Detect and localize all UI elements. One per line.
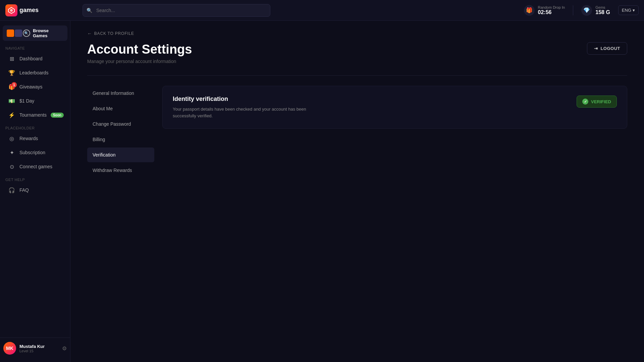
page-title: Account Settings xyxy=(87,42,192,57)
verified-badge: ✓ VERIFIED xyxy=(577,96,617,108)
drop-timer: 02:56 xyxy=(538,9,565,15)
drop-label: Random Drop In xyxy=(538,5,565,9)
gems-label: Gems xyxy=(595,5,610,9)
placeholder-section-label: Placeholder xyxy=(0,122,70,131)
user-name: Mustafa Kur xyxy=(19,344,59,349)
sidebar-item-subscription[interactable]: ✦ Subscription xyxy=(3,146,67,159)
dashboard-icon: ⊞ xyxy=(8,55,15,62)
logo: games xyxy=(5,4,76,16)
game-search-icon: 🔍 xyxy=(23,29,30,37)
lang-label: ENG xyxy=(622,8,631,13)
back-to-profile-link[interactable]: ← BACK TO PROFILE xyxy=(87,31,627,36)
sidebar-item-leaderboards[interactable]: 🏆 Leaderboards xyxy=(3,66,67,79)
soon-badge: Soon xyxy=(51,113,64,118)
back-link-label: BACK TO PROFILE xyxy=(94,31,134,36)
header-right: 🎁 Random Drop In 02:56 💎 Gems 158 G ENG … xyxy=(524,5,639,16)
settings-layout: General Information About Me Change Pass… xyxy=(87,86,627,178)
gem-icon: 💎 xyxy=(581,5,592,16)
page-divider xyxy=(87,75,627,76)
svg-point-1 xyxy=(10,9,13,12)
sidebar-item-faq[interactable]: 🎧 FAQ xyxy=(3,183,67,197)
sidebar-item-connect-games[interactable]: ⊙ Connect games xyxy=(3,160,67,173)
dollar-icon: 💵 xyxy=(8,97,15,105)
sidebar: 🔍 Browse Games Navigate ⊞ Dashboard 🏆 Le… xyxy=(0,21,70,362)
page-header-row: Account Settings Manage your personal ac… xyxy=(87,42,627,73)
settings-menu-verification[interactable]: Verification xyxy=(87,147,154,162)
page-header-text: Account Settings Manage your personal ac… xyxy=(87,42,192,73)
gems-value: 158 G xyxy=(595,9,610,15)
logout-label: LOGOUT xyxy=(600,46,620,51)
sidebar-user: MK Mustafa Kur Level 15 ⚙ xyxy=(0,338,70,359)
giveaways-badge: 1 xyxy=(11,82,17,87)
avatar: MK xyxy=(3,342,16,355)
chevron-down-icon: ▾ xyxy=(633,8,635,13)
sidebar-item-giveaways[interactable]: 🎁 1 Giveaways xyxy=(3,80,67,94)
identity-text: Identity verification Your passport deta… xyxy=(173,96,307,119)
rewards-icon: ◎ xyxy=(8,135,15,142)
drop-info: Random Drop In 02:56 xyxy=(538,5,565,15)
browse-games-label: Browse Games xyxy=(33,28,63,38)
back-arrow-icon: ← xyxy=(87,31,92,36)
sidebar-item-1day[interactable]: 💵 $1 Day xyxy=(3,94,67,108)
settings-main-content: Identity verification Your passport deta… xyxy=(162,86,627,178)
sidebar-item-label: $1 Day xyxy=(19,98,34,104)
sidebar-item-label: Connect games xyxy=(19,164,52,169)
sidebar-item-label: Subscription xyxy=(19,150,45,155)
logo-icon xyxy=(5,4,17,16)
tournaments-icon: ⚡ xyxy=(8,111,15,119)
identity-description: Your passport details have been checked … xyxy=(173,106,307,119)
user-info: Mustafa Kur Level 15 xyxy=(19,344,59,353)
sidebar-item-label: Giveaways xyxy=(19,84,42,89)
user-level: Level 15 xyxy=(19,349,59,353)
logout-button[interactable]: ⇥ LOGOUT xyxy=(587,42,627,55)
settings-menu-withdraw[interactable]: Withdraw Rewards xyxy=(87,163,154,178)
top-header: games 🔍 🎁 Random Drop In 02:56 💎 Gems 15… xyxy=(0,0,644,21)
sidebar-item-label: Tournaments xyxy=(19,112,47,118)
lang-selector[interactable]: ENG ▾ xyxy=(618,5,639,15)
main-layout: 🔍 Browse Games Navigate ⊞ Dashboard 🏆 Le… xyxy=(0,21,644,362)
header-divider xyxy=(573,5,573,15)
identity-title: Identity verification xyxy=(173,96,307,103)
connect-games-icon: ⊙ xyxy=(8,163,15,170)
search-icon: 🔍 xyxy=(87,8,92,13)
logout-icon: ⇥ xyxy=(594,46,598,51)
game-icon-1 xyxy=(7,29,14,37)
main-content: ← BACK TO PROFILE Account Settings Manag… xyxy=(70,21,644,362)
sidebar-item-label: Leaderboards xyxy=(19,70,48,75)
search-input[interactable] xyxy=(83,4,270,17)
sidebar-item-rewards[interactable]: ◎ Rewards xyxy=(3,132,67,145)
check-circle-icon: ✓ xyxy=(582,99,588,105)
drop-icon: 🎁 xyxy=(524,5,535,16)
leaderboards-icon: 🏆 xyxy=(8,69,15,76)
settings-menu-password[interactable]: Change Password xyxy=(87,117,154,131)
gems: 💎 Gems 158 G xyxy=(581,5,610,16)
settings-menu-about[interactable]: About Me xyxy=(87,101,154,116)
browse-games-icons: 🔍 xyxy=(7,29,30,37)
user-settings-icon[interactable]: ⚙ xyxy=(62,345,67,352)
help-section-label: Get Help xyxy=(0,174,70,183)
sidebar-item-label: Rewards xyxy=(19,136,38,141)
sidebar-item-label: Dashboard xyxy=(19,56,43,61)
identity-verification-card: Identity verification Your passport deta… xyxy=(162,86,627,129)
sidebar-item-tournaments[interactable]: ⚡ Tournaments Soon xyxy=(3,108,67,122)
settings-menu: General Information About Me Change Pass… xyxy=(87,86,154,178)
verified-label: VERIFIED xyxy=(591,99,611,104)
search-bar[interactable]: 🔍 xyxy=(83,4,270,17)
page-subtitle: Manage your personal account information xyxy=(87,59,192,64)
random-drop: 🎁 Random Drop In 02:56 xyxy=(524,5,565,16)
faq-icon: 🎧 xyxy=(8,186,15,194)
logo-text: games xyxy=(19,7,39,14)
subscription-icon: ✦ xyxy=(8,149,15,156)
browse-games-item[interactable]: 🔍 Browse Games xyxy=(3,25,67,41)
game-icon-2 xyxy=(15,29,22,37)
sidebar-item-dashboard[interactable]: ⊞ Dashboard xyxy=(3,52,67,65)
sidebar-item-label: FAQ xyxy=(19,187,29,193)
gem-info: Gems 158 G xyxy=(595,5,610,15)
nav-section-label: Navigate xyxy=(0,42,70,52)
settings-menu-general[interactable]: General Information xyxy=(87,86,154,101)
settings-menu-billing[interactable]: Billing xyxy=(87,132,154,147)
